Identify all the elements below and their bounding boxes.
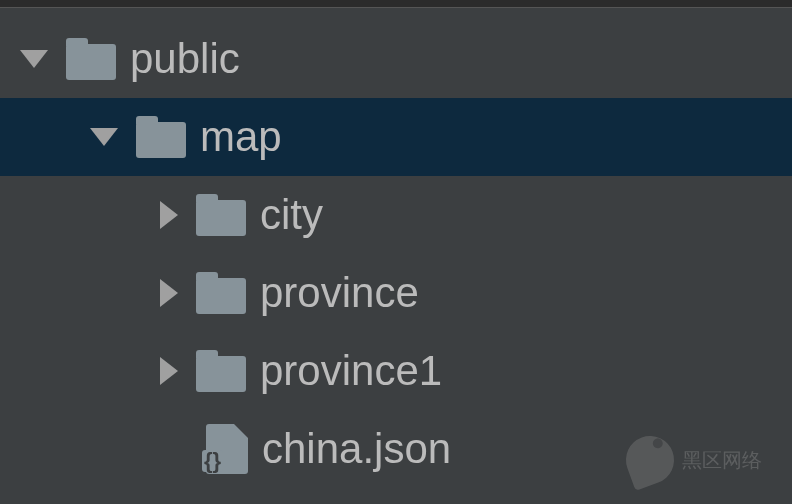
chevron-down-icon[interactable] (20, 50, 48, 68)
tree-item-public[interactable]: public (0, 20, 792, 98)
tree-item-province[interactable]: province (0, 254, 792, 332)
file-tree: public map city province province1 china… (0, 8, 792, 488)
top-bar (0, 0, 792, 8)
folder-icon (196, 350, 246, 392)
chevron-right-icon[interactable] (160, 279, 178, 307)
folder-icon (136, 116, 186, 158)
watermark-logo-icon (619, 429, 681, 491)
folder-icon (66, 38, 116, 80)
chevron-right-icon[interactable] (160, 357, 178, 385)
tree-item-label: public (130, 35, 240, 83)
tree-item-label: province1 (260, 347, 442, 395)
watermark-text: 黑区网络 (682, 449, 762, 471)
watermark: 黑区网络 (626, 436, 762, 484)
tree-item-label: province (260, 269, 419, 317)
tree-item-province1[interactable]: province1 (0, 332, 792, 410)
tree-item-map[interactable]: map (0, 98, 792, 176)
watermark-line1: 黑区网络 (682, 449, 762, 471)
chevron-down-icon[interactable] (90, 128, 118, 146)
tree-item-label: city (260, 191, 323, 239)
tree-item-label: china.json (262, 425, 451, 473)
tree-item-label: map (200, 113, 282, 161)
folder-icon (196, 272, 246, 314)
json-file-icon (206, 424, 248, 474)
chevron-right-icon[interactable] (160, 201, 178, 229)
tree-item-city[interactable]: city (0, 176, 792, 254)
folder-icon (196, 194, 246, 236)
